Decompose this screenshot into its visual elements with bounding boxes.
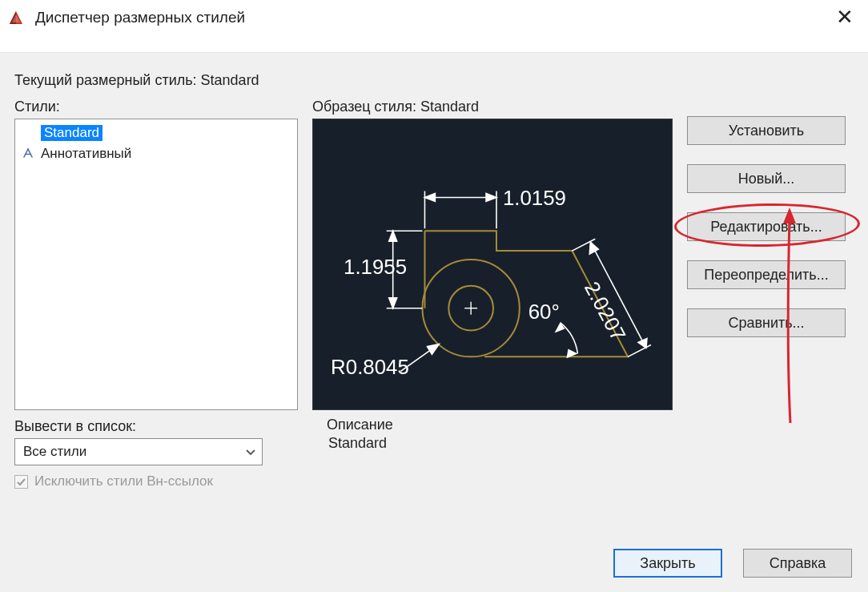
modify-button[interactable]: Редактировать... [687,212,846,241]
close-button[interactable]: ✕ [836,6,854,27]
checkbox-label: Исключить стили Вн-ссылок [34,473,213,489]
window-title: Диспетчер размерных стилей [35,9,245,26]
filter-select[interactable]: Все стили [14,438,263,465]
style-preview: 1.0159 1.1955 [312,119,673,410]
preview-column: Образец стиля: Standard [312,99,673,489]
styles-label: Стили: [14,99,298,115]
current-style-name: Standard [201,72,259,88]
svg-marker-22 [555,323,565,333]
compare-button[interactable]: Сравнить... [687,308,846,337]
svg-marker-15 [389,231,397,241]
dialog-body: Текущий размерный стиль: Standard Стили:… [0,52,868,592]
svg-marker-11 [486,193,496,201]
dim-left: 1.1955 [344,256,407,278]
list-item[interactable]: Standard [15,123,297,143]
dialog-buttons: Закрыть Справка [613,549,852,578]
override-button[interactable]: Переопределить... [687,260,846,289]
close-dialog-button[interactable]: Закрыть [613,549,722,578]
description-text: Standard [320,435,655,480]
dim-radius: R0.8045 [331,356,409,378]
checkbox-icon [14,475,28,489]
dim-top: 1.0159 [503,187,566,209]
current-style-label: Текущий размерный стиль: Standard [14,72,854,89]
list-item-text: Standard [41,125,102,141]
buttons-column: Установить Новый... Редактировать... Пер… [687,116,846,489]
filter-value: Все стили [23,444,86,460]
current-style-prefix: Текущий размерный стиль: [14,72,201,88]
description-label: Описание [327,417,673,433]
list-item-text: Аннотативный [41,146,131,162]
styles-listbox[interactable]: Standard Аннотативный [14,119,298,410]
list-item[interactable]: Аннотативный [15,143,297,164]
svg-marker-25 [427,344,439,354]
preview-label: Образец стиля: Standard [312,99,673,115]
svg-marker-16 [389,298,397,308]
exclude-xref-checkbox: Исключить стили Вн-ссылок [14,473,298,489]
svg-marker-20 [589,242,598,254]
title-bar: Диспетчер размерных стилей ✕ [0,0,868,35]
new-button[interactable]: Новый... [687,164,846,193]
svg-marker-21 [638,338,647,348]
svg-marker-10 [424,193,435,201]
dim-angle: 60° [528,300,560,323]
dim-diag: 2.0207 [581,278,630,344]
styles-column: Стили: Standard Аннотативный Вывести в с… [14,99,298,489]
filter-label: Вывести в список: [14,418,298,435]
set-current-button[interactable]: Установить [687,116,846,145]
annotative-icon [22,147,34,159]
chevron-down-icon [246,445,255,458]
svg-line-19 [628,344,651,356]
app-icon [8,10,24,26]
help-button[interactable]: Справка [743,549,852,578]
